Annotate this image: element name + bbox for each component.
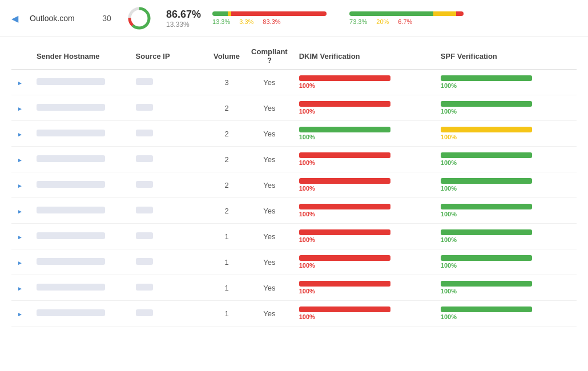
blurred-ip: [136, 181, 153, 188]
spf-pct: 100%: [441, 313, 571, 320]
spf-cell: 100%: [435, 70, 577, 95]
spf-bar-wrap: 100%: [441, 204, 571, 217]
expand-cell[interactable]: ►: [11, 121, 31, 147]
dkim-yellow-seg: [228, 11, 232, 16]
dkim-pct: 100%: [299, 82, 429, 89]
back-arrow-icon[interactable]: ◀: [11, 13, 18, 24]
blurred-hostname: [37, 207, 105, 213]
blurred-ip: [136, 104, 153, 111]
expand-cell[interactable]: ►: [11, 147, 31, 172]
spf-col-header: SPF Verification: [435, 43, 577, 70]
expand-row-icon[interactable]: ►: [17, 183, 25, 189]
spf-bar-labels: 73.3% 20% 6.7%: [349, 18, 475, 25]
dkim-cell: 100%: [293, 95, 435, 121]
dkim-pct: 100%: [299, 313, 429, 320]
compliant-cell: Yes: [245, 301, 293, 326]
hostname-col-header: Sender Hostname: [31, 43, 130, 70]
table-row: ► 2 Yes 100% 100%: [11, 198, 577, 224]
expand-row-icon[interactable]: ►: [17, 106, 25, 112]
expand-cell[interactable]: ►: [11, 95, 31, 121]
compliant-cell: Yes: [245, 70, 293, 95]
spf-bar: [441, 75, 532, 81]
hostname-cell: [31, 121, 130, 147]
dkim-bar-wrap: 100%: [299, 204, 429, 217]
dkim-pct: 100%: [299, 185, 429, 192]
spf-red-label: 6.7%: [398, 18, 412, 25]
spf-green-seg: [349, 11, 433, 16]
compliant-cell: Yes: [245, 275, 293, 301]
table-header-row: Sender Hostname Source IP Volume Complia…: [11, 43, 577, 70]
data-table-container: Sender Hostname Source IP Volume Complia…: [0, 37, 588, 332]
expand-cell[interactable]: ►: [11, 301, 31, 326]
expand-row-icon[interactable]: ►: [17, 260, 25, 266]
spf-pct: 100%: [441, 82, 571, 89]
spf-bar-wrap: 100%: [441, 152, 571, 166]
expand-row-icon[interactable]: ►: [17, 80, 25, 86]
dkim-cell: 100%: [293, 224, 435, 249]
expand-row-icon[interactable]: ►: [17, 157, 25, 163]
source-ip-cell: [130, 198, 208, 224]
table-row: ► 2 Yes 100% 100%: [11, 121, 577, 147]
dkim-pct: 100%: [299, 159, 429, 166]
percent-block: 86.67% 13.33%: [166, 9, 201, 29]
expand-row-icon[interactable]: ►: [17, 311, 25, 317]
compliant-cell: Yes: [245, 147, 293, 172]
dkim-bar: [299, 307, 390, 312]
expand-cell[interactable]: ►: [11, 70, 31, 95]
spf-bar: [441, 152, 532, 158]
expand-row-icon[interactable]: ►: [17, 131, 25, 138]
expand-row-icon[interactable]: ►: [17, 208, 25, 215]
expand-cell[interactable]: ►: [11, 249, 31, 275]
spf-bar-wrap: 100%: [441, 178, 571, 192]
hostname-cell: [31, 301, 130, 326]
spf-bar: [441, 101, 532, 107]
expand-cell[interactable]: ►: [11, 198, 31, 224]
blurred-hostname: [37, 258, 105, 265]
expand-row-icon[interactable]: ►: [17, 234, 25, 240]
dkim-cell: 100%: [293, 70, 435, 95]
source-ip-cell: [130, 301, 208, 326]
spf-yellow-label: 20%: [376, 18, 389, 25]
spf-header-bar: [349, 11, 464, 16]
blurred-ip: [136, 155, 153, 162]
dkim-bar: [299, 229, 390, 235]
dkim-bar-wrap: 100%: [299, 307, 429, 320]
compliant-col-header: Compliant ?: [245, 43, 293, 70]
spf-cell: 100%: [435, 121, 577, 147]
volume-cell: 1: [208, 224, 245, 249]
dkim-green-seg: [212, 11, 228, 16]
dkim-bar: [299, 101, 390, 107]
volume-cell: 2: [208, 121, 245, 147]
dkim-bar: [299, 127, 390, 132]
spf-cell: 100%: [435, 275, 577, 301]
table-row: ► 1 Yes 100% 100%: [11, 301, 577, 326]
blurred-hostname: [37, 284, 105, 291]
dkim-pct: 100%: [299, 236, 429, 243]
volume-cell: 1: [208, 301, 245, 326]
table-row: ► 2 Yes 100% 100%: [11, 95, 577, 121]
compliant-cell: Yes: [245, 95, 293, 121]
dkim-bar: [299, 255, 390, 261]
spf-pct: 100%: [441, 211, 571, 217]
dkim-cell: 100%: [293, 249, 435, 275]
blurred-ip: [136, 258, 153, 265]
source-ip-col-header: Source IP: [130, 43, 208, 70]
dkim-bar-wrap: 100%: [299, 152, 429, 166]
expand-cell[interactable]: ►: [11, 172, 31, 198]
spf-bar-wrap: 100%: [441, 255, 571, 269]
dkim-pct: 100%: [299, 288, 429, 295]
spf-cell: 100%: [435, 198, 577, 224]
blurred-hostname: [37, 78, 105, 85]
spf-bar: [441, 255, 532, 261]
table-row: ► 3 Yes 100% 100%: [11, 70, 577, 95]
source-ip-cell: [130, 249, 208, 275]
spf-pct: 100%: [441, 185, 571, 192]
data-table: Sender Hostname Source IP Volume Complia…: [11, 43, 577, 326]
source-ip-cell: [130, 172, 208, 198]
spf-yellow-seg: [433, 11, 456, 16]
hostname-cell: [31, 249, 130, 275]
expand-row-icon[interactable]: ►: [17, 285, 25, 292]
expand-cell[interactable]: ►: [11, 275, 31, 301]
expand-cell[interactable]: ►: [11, 224, 31, 249]
spf-pct: 100%: [441, 159, 571, 166]
